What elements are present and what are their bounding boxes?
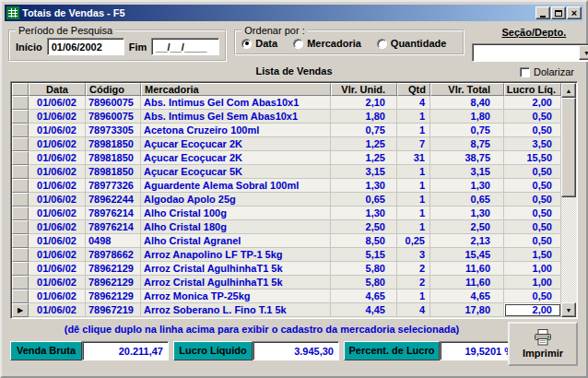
grid-cell[interactable]: 4 (397, 96, 430, 110)
grid-cell[interactable]: 1 (397, 207, 430, 220)
grid-cell[interactable]: 01/06/02 (29, 303, 86, 317)
grid-cell[interactable]: 2,50 (331, 220, 397, 234)
table-row[interactable]: 01/06/0278981850Açucar Ecoçucar 5K3,1513… (12, 165, 561, 179)
grid-cell[interactable]: 5,80 (331, 262, 397, 276)
table-row[interactable]: 01/06/0278962244Algodao Apolo 25g0,6510,… (12, 193, 561, 207)
grid-cell[interactable]: 1 (397, 220, 430, 234)
grid-cell[interactable]: Açucar Ecoçucar 5K (141, 165, 331, 179)
table-row[interactable]: 01/06/0278981850Açucar Ecoçucar 2K1,2578… (12, 137, 561, 151)
grid-cell[interactable]: 2,50 (430, 220, 504, 234)
grid-cell[interactable]: 4,45 (331, 303, 397, 317)
grid-cell[interactable]: 0,50 (504, 289, 561, 303)
grid-cell[interactable]: 01/06/02 (29, 110, 86, 124)
grid-cell[interactable]: 0,50 (504, 220, 561, 234)
table-row[interactable]: 01/06/0278960075Abs. Intimus Gel Sem Aba… (12, 110, 561, 124)
grid-cell[interactable]: 01/06/02 (29, 220, 86, 234)
scroll-down-icon[interactable]: ▼ (561, 302, 576, 317)
scroll-up-icon[interactable]: ▲ (561, 83, 576, 98)
grid-cell[interactable]: Algodao Apolo 25g (141, 193, 331, 207)
close-button[interactable]: × (567, 6, 582, 19)
grid-cell[interactable]: 31 (397, 151, 430, 165)
grid-cell[interactable]: 2 (397, 276, 430, 289)
grid-cell[interactable]: 0,50 (504, 179, 561, 193)
inicio-date-input[interactable]: 01/06/2002 (47, 38, 124, 55)
grid-cell[interactable]: 78976214 (86, 207, 141, 220)
chevron-down-icon[interactable]: ▼ (579, 45, 588, 60)
grid-cell[interactable]: 1 (397, 124, 430, 137)
grid-cell[interactable]: 11,60 (430, 262, 504, 276)
imprimir-button[interactable]: Imprimir (508, 322, 578, 366)
dolarizar-option[interactable]: Dolarizar (520, 66, 574, 77)
grid-cell[interactable]: 0,50 (504, 207, 561, 220)
grid-cell[interactable]: 0,50 (504, 124, 561, 137)
column-header-lucro-liq[interactable]: Lucro Líq. (504, 83, 561, 96)
grid-cell[interactable]: Abs. Intimus Gel Com Abas10x1 (141, 96, 331, 110)
grid-cell[interactable]: 01/06/02 (29, 262, 86, 276)
grid-cell[interactable]: 3,15 (331, 165, 397, 179)
grid-cell[interactable]: 01/06/02 (29, 207, 86, 220)
grid-cell[interactable]: 0,50 (504, 234, 561, 248)
table-row[interactable]: 01/06/0278977326Aguardente Alema Sobral … (12, 179, 561, 193)
grid-cell[interactable]: 1,30 (430, 207, 504, 220)
grid-cell[interactable]: 2,10 (331, 96, 397, 110)
table-row[interactable]: 01/06/0278981850Açucar Ecoçucar 2K1,2531… (12, 151, 561, 165)
grid-cell[interactable]: 0,50 (504, 110, 561, 124)
grid-cell[interactable]: 3,15 (430, 165, 504, 179)
grid-cell[interactable]: 1,30 (331, 207, 397, 220)
grid-cell[interactable]: 4,65 (331, 289, 397, 303)
grid-cell[interactable]: 1,80 (430, 110, 504, 124)
grid-cell[interactable]: 0,50 (504, 165, 561, 179)
fim-date-input[interactable]: __/__/____ (151, 38, 219, 55)
grid-cell[interactable]: 78981850 (86, 137, 141, 151)
grid-cell[interactable]: Arroz Anapolino LF TP-1 5kg (141, 248, 331, 262)
radio-ordenar-mercadoria[interactable]: Mercadoria (293, 38, 361, 49)
grid-cell[interactable]: 38,75 (430, 151, 504, 165)
grid-cell[interactable]: 15,45 (430, 248, 504, 262)
grid-cell[interactable]: 01/06/02 (29, 165, 86, 179)
grid-cell[interactable]: 78960075 (86, 110, 141, 124)
grid-cell[interactable]: 1 (397, 289, 430, 303)
grid-cell[interactable]: 1,30 (430, 179, 504, 193)
grid-cell[interactable]: 01/06/02 (29, 248, 86, 262)
column-header-data[interactable]: Data (29, 83, 86, 96)
grid-cell[interactable]: 0,25 (397, 234, 430, 248)
grid-cell[interactable]: Alho Cristal 180g (141, 220, 331, 234)
grid-cell[interactable]: 3,50 (504, 137, 561, 151)
grid-cell[interactable]: 78981850 (86, 165, 141, 179)
column-header-vlr-total[interactable]: Vlr. Total (430, 83, 504, 96)
table-row[interactable]: ▶01/06/0278967219Arroz Soberano L. Fino … (12, 303, 561, 317)
table-row[interactable]: 01/06/0278976214Alho Cristal 180g2,5012,… (12, 220, 561, 234)
radio-ordenar-data[interactable]: Data (241, 38, 277, 49)
dolarizar-checkbox[interactable] (520, 67, 530, 77)
grid-cell[interactable]: 78973305 (86, 124, 141, 137)
scrollbar-track[interactable] (561, 197, 576, 302)
maximize-button[interactable] (551, 6, 566, 19)
grid-cell[interactable]: 4 (397, 303, 430, 317)
grid-cell[interactable]: 1 (397, 179, 430, 193)
table-row[interactable]: 01/06/0278962129Arroz Monica TP-25kg4,65… (12, 289, 561, 303)
title-bar[interactable]: Totais de Vendas - F5 × (5, 5, 583, 21)
grid-cell[interactable]: 1 (397, 165, 430, 179)
grid-cell[interactable]: 2,00 (504, 96, 561, 110)
vertical-scrollbar[interactable]: ▲ ▼ (561, 83, 576, 317)
column-header-mercadoria[interactable]: Mercadoria (141, 83, 331, 96)
table-row[interactable]: 01/06/0278962129Arroz Cristal AgulhinhaT… (12, 262, 561, 276)
grid-cell[interactable]: 78962129 (86, 276, 141, 289)
grid-cell[interactable]: 78977326 (86, 179, 141, 193)
grid-cell[interactable]: 78962129 (86, 289, 141, 303)
grid-cell[interactable]: 1,00 (504, 262, 561, 276)
grid-cell[interactable]: 0,65 (430, 193, 504, 207)
table-row[interactable]: 01/06/0278973305Acetona Cruzeiro 100ml0,… (12, 124, 561, 137)
grid-cell[interactable]: Aguardente Alema Sobral 100ml (141, 179, 331, 193)
grid-cell[interactable]: 8,50 (331, 234, 397, 248)
grid-cell[interactable]: 5,15 (331, 248, 397, 262)
grid-cell[interactable]: 3 (397, 248, 430, 262)
column-header-vlr-unid[interactable]: Vlr. Unid. (331, 83, 397, 96)
grid-cell[interactable]: Abs. Intimus Gel Sem Abas10x1 (141, 110, 331, 124)
grid-cell[interactable]: Alho Cristal 100g (141, 207, 331, 220)
grid-cell[interactable]: 0,75 (331, 124, 397, 137)
grid-cell[interactable]: Açucar Ecoçucar 2K (141, 151, 331, 165)
grid-cell[interactable]: 78981850 (86, 151, 141, 165)
grid-cell[interactable]: 01/06/02 (29, 151, 86, 165)
grid-cell[interactable]: Acetona Cruzeiro 100ml (141, 124, 331, 137)
